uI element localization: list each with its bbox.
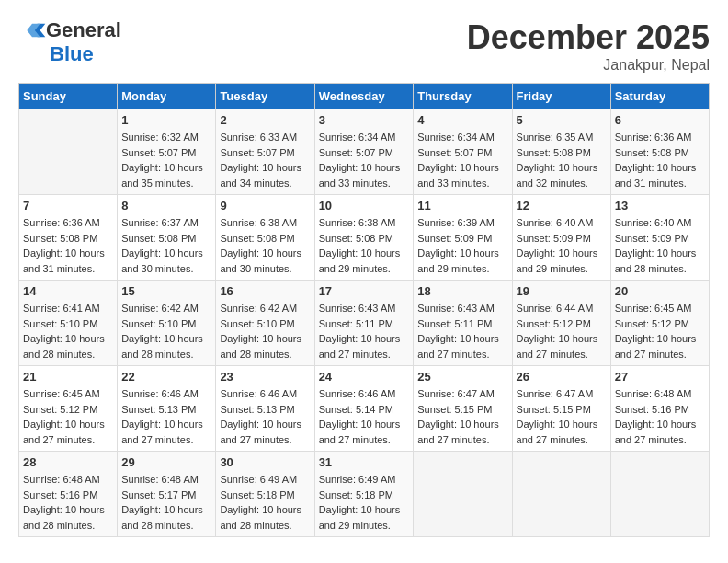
col-wednesday: Wednesday [314, 84, 414, 109]
day-info: Sunrise: 6:38 AMSunset: 5:08 PMDaylight:… [319, 215, 410, 276]
table-row: 3Sunrise: 6:34 AMSunset: 5:07 PMDaylight… [314, 109, 414, 195]
day-number: 6 [615, 113, 705, 127]
day-number: 14 [23, 284, 113, 298]
table-row: 30Sunrise: 6:49 AMSunset: 5:18 PMDayligh… [216, 452, 314, 537]
day-info: Sunrise: 6:47 AMSunset: 5:15 PMDaylight:… [517, 386, 607, 447]
day-info: Sunrise: 6:48 AMSunset: 5:16 PMDaylight:… [23, 472, 113, 533]
table-row: 20Sunrise: 6:45 AMSunset: 5:12 PMDayligh… [610, 281, 709, 366]
day-number: 16 [220, 284, 310, 298]
day-info: Sunrise: 6:47 AMSunset: 5:15 PMDaylight:… [417, 386, 507, 447]
table-row: 7Sunrise: 6:36 AMSunset: 5:08 PMDaylight… [19, 195, 118, 281]
table-row: 9Sunrise: 6:38 AMSunset: 5:08 PMDaylight… [216, 195, 314, 281]
day-number: 17 [319, 284, 410, 298]
day-info: Sunrise: 6:45 AMSunset: 5:12 PMDaylight:… [615, 301, 705, 362]
table-row: 1Sunrise: 6:32 AMSunset: 5:07 PMDaylight… [118, 109, 216, 195]
day-info: Sunrise: 6:38 AMSunset: 5:08 PMDaylight:… [220, 215, 310, 276]
table-row [610, 452, 709, 537]
table-row: 2Sunrise: 6:33 AMSunset: 5:07 PMDaylight… [216, 109, 314, 195]
day-info: Sunrise: 6:32 AMSunset: 5:07 PMDaylight:… [121, 130, 211, 190]
day-number: 19 [517, 284, 607, 298]
col-tuesday: Tuesday [216, 84, 314, 109]
table-row: 29Sunrise: 6:48 AMSunset: 5:17 PMDayligh… [118, 452, 216, 537]
day-info: Sunrise: 6:36 AMSunset: 5:08 PMDaylight:… [615, 130, 705, 190]
day-info: Sunrise: 6:43 AMSunset: 5:11 PMDaylight:… [417, 301, 507, 362]
day-info: Sunrise: 6:46 AMSunset: 5:13 PMDaylight:… [220, 386, 310, 447]
table-row: 24Sunrise: 6:46 AMSunset: 5:14 PMDayligh… [314, 366, 414, 452]
day-number: 4 [417, 113, 507, 127]
col-saturday: Saturday [610, 84, 709, 109]
day-info: Sunrise: 6:40 AMSunset: 5:09 PMDaylight:… [615, 215, 705, 276]
day-number: 9 [220, 199, 310, 213]
day-number: 10 [319, 199, 410, 213]
day-number: 2 [220, 113, 310, 127]
table-row: 16Sunrise: 6:42 AMSunset: 5:10 PMDayligh… [216, 281, 314, 366]
logo-blue-text: Blue [50, 42, 94, 66]
col-friday: Friday [512, 84, 610, 109]
table-row: 15Sunrise: 6:42 AMSunset: 5:10 PMDayligh… [118, 281, 216, 366]
table-row: 17Sunrise: 6:43 AMSunset: 5:11 PMDayligh… [314, 281, 414, 366]
day-info: Sunrise: 6:36 AMSunset: 5:08 PMDaylight:… [23, 215, 113, 276]
table-row: 27Sunrise: 6:48 AMSunset: 5:16 PMDayligh… [610, 366, 709, 452]
day-number: 13 [615, 199, 705, 213]
table-row: 4Sunrise: 6:34 AMSunset: 5:07 PMDaylight… [414, 109, 512, 195]
day-number: 24 [319, 370, 410, 384]
day-info: Sunrise: 6:39 AMSunset: 5:09 PMDaylight:… [417, 215, 507, 276]
col-sunday: Sunday [19, 84, 118, 109]
table-row [414, 452, 512, 537]
day-info: Sunrise: 6:43 AMSunset: 5:11 PMDaylight:… [319, 301, 410, 362]
table-row: 8Sunrise: 6:37 AMSunset: 5:08 PMDaylight… [118, 195, 216, 281]
table-row [19, 109, 118, 195]
day-number: 31 [319, 455, 410, 469]
calendar-week-row: 7Sunrise: 6:36 AMSunset: 5:08 PMDaylight… [19, 195, 710, 281]
day-info: Sunrise: 6:49 AMSunset: 5:18 PMDaylight:… [319, 472, 410, 533]
day-number: 27 [615, 370, 705, 384]
calendar-header-row: Sunday Monday Tuesday Wednesday Thursday… [19, 84, 710, 109]
day-info: Sunrise: 6:49 AMSunset: 5:18 PMDaylight:… [220, 472, 310, 533]
day-number: 7 [23, 199, 113, 213]
day-number: 25 [417, 370, 507, 384]
table-row [512, 452, 610, 537]
day-info: Sunrise: 6:34 AMSunset: 5:07 PMDaylight:… [319, 130, 410, 190]
day-info: Sunrise: 6:46 AMSunset: 5:14 PMDaylight:… [319, 386, 410, 447]
day-number: 26 [517, 370, 607, 384]
day-number: 22 [121, 370, 211, 384]
table-row: 11Sunrise: 6:39 AMSunset: 5:09 PMDayligh… [414, 195, 512, 281]
table-row: 5Sunrise: 6:35 AMSunset: 5:08 PMDaylight… [512, 109, 610, 195]
day-info: Sunrise: 6:48 AMSunset: 5:17 PMDaylight:… [121, 472, 211, 533]
day-number: 20 [615, 284, 705, 298]
day-number: 8 [121, 199, 211, 213]
calendar-week-row: 1Sunrise: 6:32 AMSunset: 5:07 PMDaylight… [19, 109, 710, 195]
day-info: Sunrise: 6:46 AMSunset: 5:13 PMDaylight:… [121, 386, 211, 447]
day-info: Sunrise: 6:34 AMSunset: 5:07 PMDaylight:… [417, 130, 507, 190]
calendar-table: Sunday Monday Tuesday Wednesday Thursday… [18, 83, 710, 537]
day-info: Sunrise: 6:33 AMSunset: 5:07 PMDaylight:… [220, 130, 310, 190]
day-info: Sunrise: 6:40 AMSunset: 5:09 PMDaylight:… [517, 215, 607, 276]
calendar-week-row: 28Sunrise: 6:48 AMSunset: 5:16 PMDayligh… [19, 452, 710, 537]
table-row: 28Sunrise: 6:48 AMSunset: 5:16 PMDayligh… [19, 452, 118, 537]
day-info: Sunrise: 6:44 AMSunset: 5:12 PMDaylight:… [517, 301, 607, 362]
day-number: 5 [517, 113, 607, 127]
day-number: 29 [121, 455, 211, 469]
table-row: 23Sunrise: 6:46 AMSunset: 5:13 PMDayligh… [216, 366, 314, 452]
day-number: 1 [121, 113, 211, 127]
location-subtitle: Janakpur, Nepal [467, 57, 710, 74]
table-row: 25Sunrise: 6:47 AMSunset: 5:15 PMDayligh… [414, 366, 512, 452]
logo-general-text: General [46, 18, 121, 42]
table-row: 22Sunrise: 6:46 AMSunset: 5:13 PMDayligh… [118, 366, 216, 452]
day-number: 12 [517, 199, 607, 213]
calendar-week-row: 14Sunrise: 6:41 AMSunset: 5:10 PMDayligh… [19, 281, 710, 366]
logo: General Blue [18, 18, 121, 66]
day-info: Sunrise: 6:45 AMSunset: 5:12 PMDaylight:… [23, 386, 113, 447]
day-info: Sunrise: 6:41 AMSunset: 5:10 PMDaylight:… [23, 301, 113, 362]
day-number: 28 [23, 455, 113, 469]
day-info: Sunrise: 6:37 AMSunset: 5:08 PMDaylight:… [121, 215, 211, 276]
col-monday: Monday [118, 84, 216, 109]
table-row: 26Sunrise: 6:47 AMSunset: 5:15 PMDayligh… [512, 366, 610, 452]
table-row: 13Sunrise: 6:40 AMSunset: 5:09 PMDayligh… [610, 195, 709, 281]
day-info: Sunrise: 6:42 AMSunset: 5:10 PMDaylight:… [121, 301, 211, 362]
day-number: 18 [417, 284, 507, 298]
page-header: General Blue December 2025 Janakpur, Nep… [18, 18, 710, 74]
table-row: 6Sunrise: 6:36 AMSunset: 5:08 PMDaylight… [610, 109, 709, 195]
calendar-week-row: 21Sunrise: 6:45 AMSunset: 5:12 PMDayligh… [19, 366, 710, 452]
day-number: 23 [220, 370, 310, 384]
